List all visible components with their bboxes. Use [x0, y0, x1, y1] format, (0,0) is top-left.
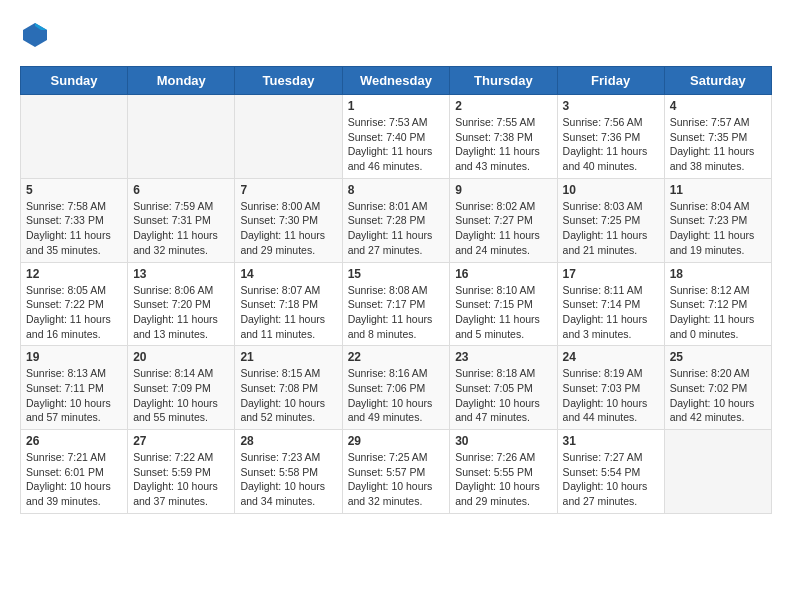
svg-marker-0 [23, 23, 47, 47]
day-info: Sunrise: 8:11 AM Sunset: 7:14 PM Dayligh… [563, 283, 659, 342]
day-number: 20 [133, 350, 229, 364]
day-number: 29 [348, 434, 445, 448]
day-number: 6 [133, 183, 229, 197]
day-info: Sunrise: 8:19 AM Sunset: 7:03 PM Dayligh… [563, 366, 659, 425]
calendar-week-row: 12Sunrise: 8:05 AM Sunset: 7:22 PM Dayli… [21, 262, 772, 346]
day-info: Sunrise: 8:16 AM Sunset: 7:06 PM Dayligh… [348, 366, 445, 425]
calendar-cell [128, 95, 235, 179]
calendar-week-row: 19Sunrise: 8:13 AM Sunset: 7:11 PM Dayli… [21, 346, 772, 430]
day-number: 18 [670, 267, 766, 281]
day-number: 26 [26, 434, 122, 448]
calendar-cell: 6Sunrise: 7:59 AM Sunset: 7:31 PM Daylig… [128, 178, 235, 262]
calendar-cell: 11Sunrise: 8:04 AM Sunset: 7:23 PM Dayli… [664, 178, 771, 262]
day-number: 10 [563, 183, 659, 197]
day-number: 17 [563, 267, 659, 281]
day-info: Sunrise: 8:08 AM Sunset: 7:17 PM Dayligh… [348, 283, 445, 342]
day-info: Sunrise: 8:02 AM Sunset: 7:27 PM Dayligh… [455, 199, 551, 258]
day-number: 12 [26, 267, 122, 281]
day-number: 21 [240, 350, 336, 364]
calendar-cell: 27Sunrise: 7:22 AM Sunset: 5:59 PM Dayli… [128, 430, 235, 514]
day-number: 24 [563, 350, 659, 364]
calendar-cell: 14Sunrise: 8:07 AM Sunset: 7:18 PM Dayli… [235, 262, 342, 346]
day-info: Sunrise: 7:23 AM Sunset: 5:58 PM Dayligh… [240, 450, 336, 509]
calendar-cell: 31Sunrise: 7:27 AM Sunset: 5:54 PM Dayli… [557, 430, 664, 514]
day-info: Sunrise: 7:56 AM Sunset: 7:36 PM Dayligh… [563, 115, 659, 174]
logo-icon [20, 20, 50, 50]
calendar-cell: 18Sunrise: 8:12 AM Sunset: 7:12 PM Dayli… [664, 262, 771, 346]
day-number: 1 [348, 99, 445, 113]
calendar-cell: 2Sunrise: 7:55 AM Sunset: 7:38 PM Daylig… [450, 95, 557, 179]
calendar-cell: 4Sunrise: 7:57 AM Sunset: 7:35 PM Daylig… [664, 95, 771, 179]
weekday-header-wednesday: Wednesday [342, 67, 450, 95]
calendar-cell: 13Sunrise: 8:06 AM Sunset: 7:20 PM Dayli… [128, 262, 235, 346]
day-info: Sunrise: 7:59 AM Sunset: 7:31 PM Dayligh… [133, 199, 229, 258]
calendar-cell: 23Sunrise: 8:18 AM Sunset: 7:05 PM Dayli… [450, 346, 557, 430]
day-number: 3 [563, 99, 659, 113]
calendar-cell: 29Sunrise: 7:25 AM Sunset: 5:57 PM Dayli… [342, 430, 450, 514]
calendar-cell: 30Sunrise: 7:26 AM Sunset: 5:55 PM Dayli… [450, 430, 557, 514]
day-info: Sunrise: 8:05 AM Sunset: 7:22 PM Dayligh… [26, 283, 122, 342]
day-info: Sunrise: 8:20 AM Sunset: 7:02 PM Dayligh… [670, 366, 766, 425]
calendar-cell: 8Sunrise: 8:01 AM Sunset: 7:28 PM Daylig… [342, 178, 450, 262]
day-info: Sunrise: 7:21 AM Sunset: 6:01 PM Dayligh… [26, 450, 122, 509]
calendar-cell [235, 95, 342, 179]
day-info: Sunrise: 8:14 AM Sunset: 7:09 PM Dayligh… [133, 366, 229, 425]
day-number: 23 [455, 350, 551, 364]
calendar-cell: 25Sunrise: 8:20 AM Sunset: 7:02 PM Dayli… [664, 346, 771, 430]
day-number: 13 [133, 267, 229, 281]
page-header [20, 20, 772, 50]
day-number: 9 [455, 183, 551, 197]
calendar-cell: 22Sunrise: 8:16 AM Sunset: 7:06 PM Dayli… [342, 346, 450, 430]
day-info: Sunrise: 8:06 AM Sunset: 7:20 PM Dayligh… [133, 283, 229, 342]
day-number: 28 [240, 434, 336, 448]
day-info: Sunrise: 8:13 AM Sunset: 7:11 PM Dayligh… [26, 366, 122, 425]
logo [20, 20, 54, 50]
day-number: 31 [563, 434, 659, 448]
day-info: Sunrise: 8:01 AM Sunset: 7:28 PM Dayligh… [348, 199, 445, 258]
calendar-cell: 19Sunrise: 8:13 AM Sunset: 7:11 PM Dayli… [21, 346, 128, 430]
calendar-cell: 5Sunrise: 7:58 AM Sunset: 7:33 PM Daylig… [21, 178, 128, 262]
day-number: 25 [670, 350, 766, 364]
day-info: Sunrise: 8:12 AM Sunset: 7:12 PM Dayligh… [670, 283, 766, 342]
day-number: 4 [670, 99, 766, 113]
weekday-header-friday: Friday [557, 67, 664, 95]
day-number: 19 [26, 350, 122, 364]
calendar-cell: 12Sunrise: 8:05 AM Sunset: 7:22 PM Dayli… [21, 262, 128, 346]
day-info: Sunrise: 8:04 AM Sunset: 7:23 PM Dayligh… [670, 199, 766, 258]
day-info: Sunrise: 7:26 AM Sunset: 5:55 PM Dayligh… [455, 450, 551, 509]
weekday-header-tuesday: Tuesday [235, 67, 342, 95]
day-number: 16 [455, 267, 551, 281]
calendar-week-row: 5Sunrise: 7:58 AM Sunset: 7:33 PM Daylig… [21, 178, 772, 262]
day-number: 30 [455, 434, 551, 448]
day-info: Sunrise: 7:25 AM Sunset: 5:57 PM Dayligh… [348, 450, 445, 509]
day-number: 14 [240, 267, 336, 281]
calendar-cell: 1Sunrise: 7:53 AM Sunset: 7:40 PM Daylig… [342, 95, 450, 179]
day-info: Sunrise: 8:15 AM Sunset: 7:08 PM Dayligh… [240, 366, 336, 425]
calendar-cell [664, 430, 771, 514]
calendar-cell: 17Sunrise: 8:11 AM Sunset: 7:14 PM Dayli… [557, 262, 664, 346]
calendar-cell: 15Sunrise: 8:08 AM Sunset: 7:17 PM Dayli… [342, 262, 450, 346]
day-info: Sunrise: 7:58 AM Sunset: 7:33 PM Dayligh… [26, 199, 122, 258]
day-info: Sunrise: 8:18 AM Sunset: 7:05 PM Dayligh… [455, 366, 551, 425]
day-info: Sunrise: 7:53 AM Sunset: 7:40 PM Dayligh… [348, 115, 445, 174]
calendar-cell: 21Sunrise: 8:15 AM Sunset: 7:08 PM Dayli… [235, 346, 342, 430]
calendar-week-row: 1Sunrise: 7:53 AM Sunset: 7:40 PM Daylig… [21, 95, 772, 179]
day-info: Sunrise: 8:00 AM Sunset: 7:30 PM Dayligh… [240, 199, 336, 258]
day-info: Sunrise: 7:22 AM Sunset: 5:59 PM Dayligh… [133, 450, 229, 509]
day-info: Sunrise: 7:27 AM Sunset: 5:54 PM Dayligh… [563, 450, 659, 509]
calendar-cell: 16Sunrise: 8:10 AM Sunset: 7:15 PM Dayli… [450, 262, 557, 346]
day-number: 8 [348, 183, 445, 197]
calendar-cell: 9Sunrise: 8:02 AM Sunset: 7:27 PM Daylig… [450, 178, 557, 262]
calendar-table: SundayMondayTuesdayWednesdayThursdayFrid… [20, 66, 772, 514]
weekday-header-thursday: Thursday [450, 67, 557, 95]
day-info: Sunrise: 8:10 AM Sunset: 7:15 PM Dayligh… [455, 283, 551, 342]
calendar-cell: 28Sunrise: 7:23 AM Sunset: 5:58 PM Dayli… [235, 430, 342, 514]
calendar-cell: 10Sunrise: 8:03 AM Sunset: 7:25 PM Dayli… [557, 178, 664, 262]
day-number: 7 [240, 183, 336, 197]
calendar-cell: 26Sunrise: 7:21 AM Sunset: 6:01 PM Dayli… [21, 430, 128, 514]
calendar-cell: 7Sunrise: 8:00 AM Sunset: 7:30 PM Daylig… [235, 178, 342, 262]
day-number: 22 [348, 350, 445, 364]
weekday-header-sunday: Sunday [21, 67, 128, 95]
day-number: 2 [455, 99, 551, 113]
calendar-cell: 3Sunrise: 7:56 AM Sunset: 7:36 PM Daylig… [557, 95, 664, 179]
